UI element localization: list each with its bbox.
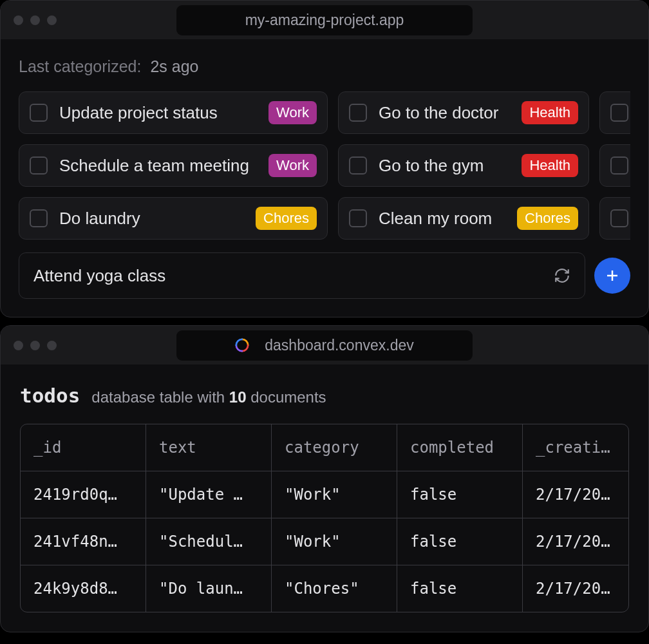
- todo-checkbox[interactable]: [349, 156, 367, 175]
- refresh-icon[interactable]: [554, 267, 570, 284]
- todo-checkbox[interactable]: [30, 104, 48, 122]
- cell-creation-time: 2/17/202…: [523, 471, 628, 518]
- status-value: 2s ago: [150, 57, 198, 76]
- minimize-window-icon[interactable]: [30, 341, 40, 350]
- add-todo-button[interactable]: [594, 258, 630, 294]
- category-badge: Chores: [517, 207, 578, 230]
- todo-item[interactable]: Go to the doctor Health: [338, 91, 589, 134]
- cell-category: "Chores": [272, 565, 397, 612]
- dashboard-window: dashboard.convex.dev todos database tabl…: [0, 325, 649, 632]
- input-value: Attend yoga class: [33, 266, 165, 286]
- convex-logo-icon: [235, 338, 249, 352]
- table-header-row: _id text category completed _creationTim: [21, 424, 628, 471]
- new-todo-row: Attend yoga class: [19, 252, 630, 299]
- todo-text: Go to the doctor: [379, 103, 510, 123]
- minimize-window-icon[interactable]: [30, 15, 40, 25]
- category-badge: Health: [522, 154, 578, 177]
- todo-checkbox[interactable]: [610, 104, 628, 122]
- todo-item[interactable]: Go to the gym Health: [338, 144, 589, 187]
- todo-text: Go to the gym: [379, 156, 510, 176]
- todo-text: Schedule a team meeting: [59, 156, 257, 176]
- table-title-row: todos database table with 10 documents: [20, 384, 629, 407]
- cell-text: "Schedul…: [146, 518, 272, 565]
- table-name: todos: [20, 384, 80, 407]
- address-url: my-amazing-project.app: [245, 12, 404, 29]
- todo-text: Do laundry: [59, 209, 244, 229]
- address-url: dashboard.convex.dev: [265, 337, 413, 354]
- todo-item[interactable]: Clean my room Chores: [338, 197, 589, 240]
- todo-checkbox[interactable]: [610, 156, 628, 175]
- table-row[interactable]: 24k9y8d8… "Do laun… "Chores" false 2/17/…: [21, 565, 628, 612]
- cell-id: 241vf48n…: [21, 518, 146, 565]
- close-window-icon[interactable]: [14, 15, 23, 25]
- table-description: database table with 10 documents: [91, 388, 326, 406]
- category-badge: Health: [522, 101, 578, 124]
- dashboard-titlebar: dashboard.convex.dev: [1, 326, 648, 365]
- status-line: Last categorized: 2s ago: [19, 57, 630, 76]
- column-header[interactable]: completed: [397, 424, 523, 471]
- new-todo-input[interactable]: Attend yoga class: [19, 252, 585, 299]
- todo-item-partial[interactable]: [599, 91, 630, 134]
- category-badge: Chores: [256, 207, 317, 230]
- category-badge: Work: [268, 101, 317, 124]
- todo-item[interactable]: Schedule a team meeting Work: [19, 144, 328, 187]
- cell-category: "Work": [272, 471, 397, 518]
- traffic-lights: [14, 341, 57, 350]
- column-header[interactable]: text: [146, 424, 272, 471]
- close-window-icon[interactable]: [14, 341, 23, 350]
- cell-text: "Update …: [146, 471, 272, 518]
- todo-text: Update project status: [59, 103, 257, 123]
- todo-item[interactable]: Do laundry Chores: [19, 197, 328, 240]
- todo-text: Clean my room: [379, 209, 505, 229]
- todo-checkbox[interactable]: [30, 156, 48, 175]
- table-row[interactable]: 2419rd0q… "Update … "Work" false 2/17/20…: [21, 471, 628, 518]
- cell-category: "Work": [272, 518, 397, 565]
- todo-grid: Update project status Work Go to the doc…: [19, 91, 630, 240]
- maximize-window-icon[interactable]: [47, 341, 57, 350]
- todo-checkbox[interactable]: [349, 209, 367, 227]
- plus-icon: [605, 268, 620, 283]
- column-header[interactable]: _creationTim: [523, 424, 628, 471]
- app-window: my-amazing-project.app Last categorized:…: [0, 0, 649, 317]
- cell-id: 24k9y8d8…: [21, 565, 146, 612]
- app-titlebar: my-amazing-project.app: [1, 1, 648, 39]
- column-header[interactable]: category: [272, 424, 397, 471]
- cell-completed: false: [397, 518, 523, 565]
- cell-creation-time: 2/17/202…: [523, 565, 628, 612]
- table-row[interactable]: 241vf48n… "Schedul… "Work" false 2/17/20…: [21, 518, 628, 565]
- cell-completed: false: [397, 565, 523, 612]
- cell-creation-time: 2/17/202…: [523, 518, 628, 565]
- cell-completed: false: [397, 471, 523, 518]
- todo-checkbox[interactable]: [610, 209, 628, 227]
- todo-item-partial[interactable]: [599, 144, 630, 187]
- column-header[interactable]: _id: [21, 424, 146, 471]
- cell-id: 2419rd0q…: [21, 471, 146, 518]
- category-badge: Work: [268, 154, 317, 177]
- maximize-window-icon[interactable]: [47, 15, 57, 25]
- todo-checkbox[interactable]: [30, 209, 48, 227]
- status-label: Last categorized:: [19, 57, 141, 76]
- todo-item-partial[interactable]: [599, 197, 630, 240]
- address-bar[interactable]: my-amazing-project.app: [176, 5, 473, 35]
- address-bar[interactable]: dashboard.convex.dev: [176, 330, 473, 361]
- todo-item[interactable]: Update project status Work: [19, 91, 328, 134]
- database-table: _id text category completed _creationTim…: [20, 424, 629, 612]
- todo-checkbox[interactable]: [349, 104, 367, 122]
- traffic-lights: [14, 15, 57, 25]
- cell-text: "Do laun…: [146, 565, 272, 612]
